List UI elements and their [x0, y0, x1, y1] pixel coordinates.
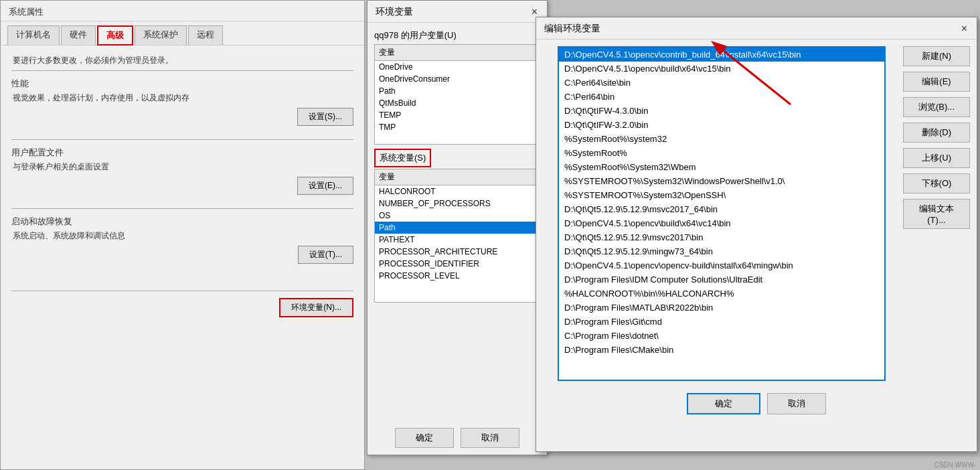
admin-note: 要进行大多数更改，你必须作为管理员登录。	[11, 55, 353, 66]
edit-env-dialog: 编辑环境变量 × D:\OpenCV4.5.1\opencv\contrib_b…	[536, 17, 977, 452]
path-entry-12[interactable]: D:\OpenCV4.5.1\opencv\build\x64\vc14\bin	[559, 216, 884, 230]
user-vars-list[interactable]: 变量 OneDrive OneDriveConsumer Path QtMsBu…	[374, 44, 540, 145]
edit-button[interactable]: 编辑(E)	[903, 72, 970, 92]
system-properties-panel: 系统属性 计算机名 硬件 高级 系统保护 远程 要进行大多数更改，你必须作为管理…	[0, 0, 365, 470]
sys-panel-titlebar: 系统属性	[1, 1, 364, 21]
env-variables-button[interactable]: 环境变量(N)...	[279, 298, 353, 317]
perf-title: 性能	[11, 78, 353, 90]
new-button[interactable]: 新建(N)	[903, 46, 970, 66]
watermark: CSDN WWW-	[934, 461, 976, 469]
path-entry-6[interactable]: %SystemRoot%\system32	[559, 132, 884, 146]
user-var-path[interactable]: Path	[375, 85, 540, 97]
path-entry-7[interactable]: %SystemRoot%	[559, 146, 884, 160]
path-entry-1[interactable]: D:\OpenCV4.5.1\opencv\build\x64\vc15\bin	[559, 62, 884, 76]
edit-dialog-titlebar: 编辑环境变量 ×	[536, 17, 977, 40]
path-entry-21[interactable]: D:\Program Files\CMake\bin	[559, 343, 884, 357]
path-entry-18[interactable]: D:\Program Files\MATLAB\R2022b\bin	[559, 301, 884, 315]
env-dialog-titlebar: 环境变量 ×	[368, 1, 547, 23]
sys-vars-title: 系统变量(S)	[374, 149, 431, 167]
col-var-header: 变量	[375, 45, 540, 60]
user-var-onedrive[interactable]: OneDrive	[375, 61, 540, 73]
sys-var-os[interactable]: OS	[375, 210, 540, 222]
sys-panel-content: 要进行大多数更改，你必须作为管理员登录。 性能 视觉效果，处理器计划，内存使用，…	[1, 46, 364, 327]
tab-hardware[interactable]: 硬件	[61, 25, 96, 45]
perf-section: 性能 视觉效果，处理器计划，内存使用，以及虚拟内存 设置(S)...	[11, 70, 353, 126]
perf-settings-button[interactable]: 设置(S)...	[297, 108, 353, 126]
sys-var-proc-id[interactable]: PROCESSOR_IDENTIFIER	[375, 258, 540, 270]
edit-dialog-footer: 确定 取消	[536, 386, 977, 421]
path-entry-5[interactable]: D:\Qt\QtIFW-3.2.0\bin	[559, 118, 884, 132]
user-var-onedriveconsumer[interactable]: OneDriveConsumer	[375, 73, 540, 85]
startup-settings-button[interactable]: 设置(T)...	[298, 246, 353, 264]
startup-section: 启动和故障恢复 系统启动、系统故障和调试信息 设置(T)...	[11, 208, 353, 264]
sys-var-pathext[interactable]: PATHEXT	[375, 234, 540, 246]
user-var-onedrive-name: OneDrive	[375, 61, 540, 73]
env-ok-button[interactable]: 确定	[395, 428, 454, 448]
user-var-onedriveconsumer-name: OneDriveConsumer	[375, 73, 540, 85]
sys-panel-title: 系统属性	[9, 7, 44, 17]
profile-section: 用户配置文件 与登录帐户相关的桌面设置 设置(E)...	[11, 139, 353, 195]
user-var-temp-name: TEMP	[375, 109, 540, 121]
tab-system-protect[interactable]: 系统保护	[135, 25, 187, 45]
sys-var-path[interactable]: Path	[375, 222, 540, 234]
move-up-button[interactable]: 上移(U)	[903, 148, 970, 168]
delete-button[interactable]: 删除(D)	[903, 123, 970, 143]
tabs-bar: 计算机名 硬件 高级 系统保护 远程	[1, 21, 364, 46]
user-var-tmp-name: TMP	[375, 121, 540, 133]
edit-text-button[interactable]: 编辑文本(T)...	[903, 199, 970, 229]
user-var-qtmsbuild[interactable]: QtMsBuild	[375, 97, 540, 109]
path-entry-9[interactable]: %SYSTEMROOT%\System32\WindowsPowerShell\…	[559, 174, 884, 188]
path-entry-4[interactable]: D:\Qt\QtIFW-4.3.0\bin	[559, 104, 884, 118]
profile-settings-button[interactable]: 设置(E)...	[297, 177, 353, 195]
user-vars-title: qq978 的用户变量(U)	[368, 23, 547, 44]
path-entry-15[interactable]: D:\OpenCV4.5.1\opencv\opencv-build\insta…	[559, 258, 884, 272]
edit-ok-button[interactable]: 确定	[687, 393, 760, 414]
path-entry-16[interactable]: D:\Program Files\IDM Computer Solutions\…	[559, 272, 884, 287]
path-entry-10[interactable]: %SYSTEMROOT%\System32\OpenSSH\	[559, 188, 884, 202]
path-entry-13[interactable]: D:\Qt\Qt5.12.9\5.12.9\msvc2017\bin	[559, 230, 884, 244]
path-entries-list[interactable]: D:\OpenCV4.5.1\opencv\contrib_build_64\i…	[558, 46, 886, 381]
path-entry-3[interactable]: C:\Perl64\bin	[559, 90, 884, 104]
browse-button[interactable]: 浏览(B)...	[903, 97, 970, 117]
perf-desc: 视觉效果，处理器计划，内存使用，以及虚拟内存	[11, 92, 353, 104]
sys-var-proc-level[interactable]: PROCESSOR_LEVEL	[375, 270, 540, 282]
user-var-temp[interactable]: TEMP	[375, 109, 540, 121]
env-cancel-button[interactable]: 取消	[461, 428, 519, 448]
startup-desc: 系统启动、系统故障和调试信息	[11, 230, 353, 242]
env-dialog-footer: 确定 取消	[368, 428, 547, 448]
tab-advanced[interactable]: 高级	[97, 25, 133, 46]
path-entry-14[interactable]: D:\Qt\Qt5.12.9\5.12.9\mingw73_64\bin	[559, 244, 884, 258]
user-var-qtmsbuild-name: QtMsBuild	[375, 97, 540, 109]
move-down-button[interactable]: 下移(O)	[903, 173, 970, 193]
sys-var-num-proc[interactable]: NUMBER_OF_PROCESSORS	[375, 198, 540, 210]
path-entry-8[interactable]: %SystemRoot%\System32\Wbem	[559, 160, 884, 174]
env-variables-dialog: 环境变量 × qq978 的用户变量(U) 变量 OneDrive OneDri…	[367, 0, 548, 455]
user-var-tmp[interactable]: TMP	[375, 121, 540, 133]
edit-right-buttons: 新建(N) 编辑(E) 浏览(B)... 删除(D) 上移(U) 下移(O) 编…	[903, 46, 970, 229]
edit-cancel-button[interactable]: 取消	[767, 393, 826, 414]
edit-dialog-close-button[interactable]: ×	[959, 23, 970, 35]
profile-title: 用户配置文件	[11, 147, 353, 159]
user-var-path-name: Path	[375, 85, 540, 97]
edit-dialog-title: 编辑环境变量	[544, 23, 600, 35]
path-entry-19[interactable]: D:\Program Files\Git\cmd	[559, 315, 884, 329]
env-dialog-title: 环境变量	[376, 6, 413, 18]
sys-col-var-header: 变量	[375, 169, 540, 185]
sys-vars-header: 变量	[375, 169, 540, 185]
user-vars-header: 变量	[375, 45, 540, 61]
startup-title: 启动和故障恢复	[11, 216, 353, 228]
path-entry-2[interactable]: C:\Perl64\site\bin	[559, 76, 884, 90]
sys-var-proc-arch[interactable]: PROCESSOR_ARCHITECTURE	[375, 246, 540, 258]
path-entry-0[interactable]: D:\OpenCV4.5.1\opencv\contrib_build_64\i…	[559, 48, 884, 62]
profile-desc: 与登录帐户相关的桌面设置	[11, 161, 353, 173]
tab-computer-name[interactable]: 计算机名	[7, 25, 60, 45]
path-entry-11[interactable]: D:\Qt\Qt5.12.9\5.12.9\msvc2017_64\bin	[559, 202, 884, 216]
sys-var-halconroot[interactable]: HALCONROOT	[375, 185, 540, 198]
path-entry-17[interactable]: %HALCONROOT%\bin\%HALCONARCH%	[559, 287, 884, 301]
sys-vars-list[interactable]: 变量 HALCONROOT NUMBER_OF_PROCESSORS OS Pa…	[374, 169, 540, 303]
tab-remote[interactable]: 远程	[188, 25, 223, 45]
path-entry-20[interactable]: C:\Program Files\dotnet\	[559, 329, 884, 343]
